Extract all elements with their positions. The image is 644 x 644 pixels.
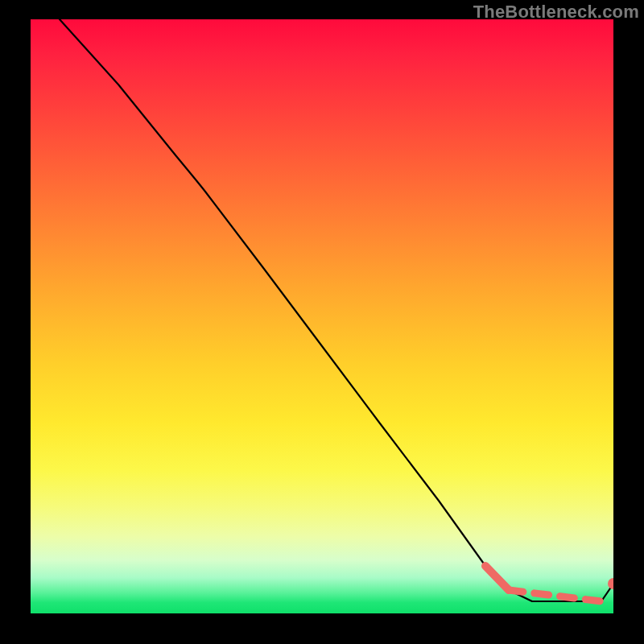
- highlight-segment-dashed: [509, 590, 601, 601]
- plot-area: [31, 19, 613, 613]
- chart-svg: [31, 19, 613, 613]
- highlight-segment-bold: [485, 566, 509, 590]
- end-marker: [608, 578, 613, 589]
- watermark-text: TheBottleneck.com: [473, 2, 639, 23]
- main-curve: [60, 19, 613, 601]
- chart-frame: TheBottleneck.com: [0, 0, 644, 644]
